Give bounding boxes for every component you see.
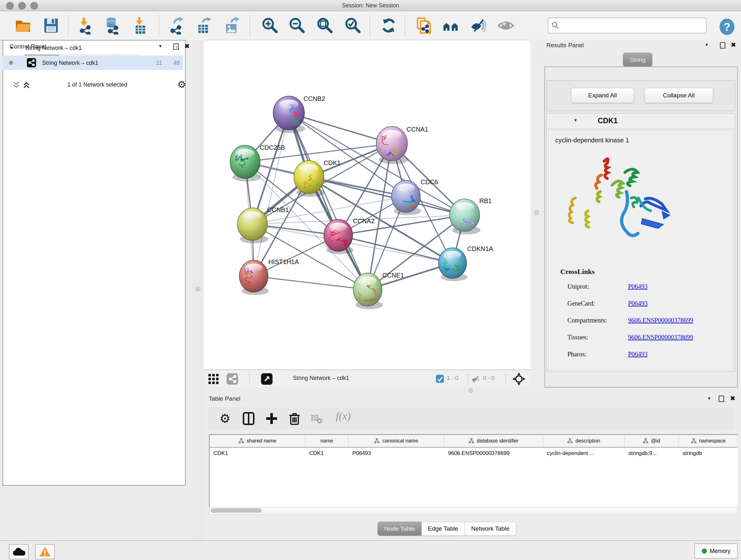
node-CDKN1A[interactable] [439,248,468,281]
hide-graphics-details-icon[interactable] [470,17,488,35]
cloud-button[interactable] [9,544,29,559]
table-cell[interactable]: stringdb:9... [624,448,678,459]
table-cell[interactable]: cyclin-dependent ... [543,448,624,459]
birdseye-view-icon[interactable] [513,373,525,385]
node-CCNB1[interactable] [238,208,268,243]
gene-collapse-icon[interactable]: ▼ [574,118,578,123]
table-cell[interactable]: P06493 [348,448,444,459]
left-splitter[interactable] [192,40,204,540]
search-input[interactable] [562,19,704,31]
gene-entry: ▼ CDK1 cyclin-dependent kinase 1 [546,113,735,372]
export-table-icon[interactable] [195,17,213,35]
edge-CCNB1-CDKN1A[interactable] [253,224,453,263]
network-options-gear-icon[interactable]: ⚙ [178,79,186,90]
right-splitter[interactable] [530,40,542,387]
column-header-name[interactable]: name [306,435,348,448]
node-RB1[interactable] [450,199,481,234]
node-CCNA1[interactable] [376,126,408,164]
results-panel-float-icon[interactable] [720,42,725,49]
show-graphics-details-icon[interactable] [497,17,515,35]
tab-edge-table[interactable]: Edge Table [421,522,465,536]
memory-button[interactable]: Memory [694,543,738,559]
crosslink-link[interactable]: P06493 [628,351,648,358]
table-settings-gear-icon[interactable]: ⚙ [219,412,233,425]
edge-CCNB2-CCNE1[interactable] [289,113,367,290]
import-network-file-icon[interactable] [77,17,95,35]
grid-view-icon[interactable] [208,374,219,384]
network-row[interactable]: String Network – cdk1 11 48 [3,56,183,70]
zoom-selected-icon[interactable] [344,17,361,35]
edge-CCNA2-CDKN1A[interactable] [338,235,453,263]
apply-layout-icon[interactable] [380,17,398,35]
network-collection-row[interactable]: ▼ String Network – cdk1 1 [3,41,183,56]
column-header-shared-name[interactable]: shared name [210,435,306,448]
expand-all-button[interactable]: Expand All [571,88,634,103]
table-panel-float-icon[interactable] [719,395,724,402]
import-table-file-icon[interactable] [131,17,149,35]
table-cell[interactable]: 9606.ENSP00000378699 [444,448,543,459]
network-view-icon[interactable] [226,373,238,385]
crosslink-link[interactable]: 9606.ENSP00000378699 [628,317,693,324]
warning-button[interactable] [35,544,55,559]
network-icon [27,58,36,67]
splitter-handle[interactable] [534,210,539,215]
table-panel-menu-icon[interactable]: ▼ [707,396,711,401]
zoom-out-icon[interactable] [288,17,306,35]
scrollbar-thumb[interactable] [211,508,262,513]
selected-checkbox-icon[interactable] [436,375,444,383]
zoom-in-icon[interactable] [261,17,279,35]
splitter-handle[interactable] [468,388,473,393]
export-image-icon[interactable] [223,17,241,35]
share-document-icon[interactable] [414,17,432,35]
table-cell[interactable]: CDK1 [306,448,348,459]
splitter-handle[interactable] [196,287,200,291]
column-header-namespace[interactable]: namespace [679,435,738,448]
edge-CCNB2-HIST1H1A[interactable] [254,113,289,276]
crosslink-link[interactable]: 9606.ENSP00000378699 [628,334,693,341]
network-canvas[interactable]: CCNB2CCNA1CDC25BCDK1CDC6RB1CCNB1CCNA2CDK… [204,40,530,370]
edge-HIST1H1A-CCNE1[interactable] [254,276,367,290]
crosslinks-title: CrossLinks [560,267,595,276]
export-network-icon[interactable] [168,17,186,35]
open-session-icon[interactable] [14,17,32,35]
node-HIST1H1A[interactable] [239,260,269,295]
node-table[interactable]: shared nameCDK1nameCDK1canonical nameP06… [209,434,738,508]
crosslink-link[interactable]: P06493 [628,300,648,307]
tab-node-table[interactable]: Node Table [378,522,421,536]
table-horizontal-scrollbar[interactable] [209,507,738,515]
detach-view-icon[interactable] [261,373,273,385]
import-network-database-icon[interactable] [104,17,121,35]
results-panel-close-icon[interactable]: ✖ [731,41,736,49]
delete-column-icon[interactable] [288,412,301,425]
collection-collapse-icon[interactable]: ▼ [10,45,14,50]
collapse-all-button[interactable]: Collapse All [644,88,713,103]
column-header-database-identifier[interactable]: database identifier [444,435,543,448]
node-CDC25B[interactable] [230,145,261,182]
column-header-canonical-name[interactable]: canonical name [348,435,444,448]
node-label-CCNA1: CCNA1 [407,126,428,133]
node-CDK1[interactable] [294,161,325,197]
save-session-icon[interactable] [42,17,60,35]
node-CCNA2[interactable] [324,219,354,254]
node-CCNB2[interactable] [273,96,306,133]
column-header-description[interactable]: description [543,435,624,448]
tab-network-table[interactable]: Network Table [465,522,516,536]
show-columns-icon[interactable] [242,412,255,425]
zoom-fit-icon[interactable] [316,17,333,35]
horizontal-splitter[interactable] [204,387,741,394]
tab-string[interactable]: String [623,53,652,67]
welcome-screen-icon[interactable] [442,17,460,35]
table-panel-close-icon[interactable]: ✖ [730,395,735,402]
node-CCNE1[interactable] [353,273,383,309]
gene-entry-header[interactable]: ▼ CDK1 [547,113,735,129]
table-cell[interactable]: stringdb [679,448,738,459]
add-column-icon[interactable] [265,412,278,425]
column-header--id[interactable]: @id [624,435,679,448]
table-cell[interactable]: CDK1 [210,448,305,459]
crosslinks-list: Uniprot:P06493GeneCard:P06493Compartment… [548,280,733,365]
crosslink-link[interactable]: P06493 [628,283,648,290]
node-CDC6[interactable] [392,180,421,215]
results-panel-menu-icon[interactable]: ▼ [704,43,709,47]
help-icon[interactable]: ? [718,18,736,36]
control-panel-close-icon[interactable]: ✖ [185,43,190,50]
